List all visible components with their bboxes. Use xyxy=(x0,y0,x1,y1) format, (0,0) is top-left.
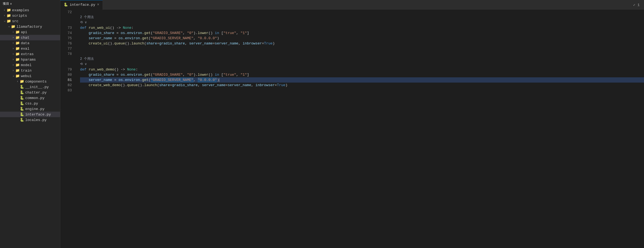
spacer xyxy=(15,97,20,100)
sidebar-item-css[interactable]: 🐍 css.py xyxy=(0,101,60,106)
sidebar-item-hparams[interactable]: › 📁 hparams xyxy=(0,57,60,62)
var-os-4: os xyxy=(118,77,123,83)
arrow-icon: › xyxy=(11,64,15,67)
str-4: "1" xyxy=(240,30,247,36)
usage-arrow-2[interactable]: ⟲ ∨ xyxy=(80,62,644,67)
var-gradio-share-3: gradio_share xyxy=(89,72,114,77)
arrow-icon: › xyxy=(2,14,7,17)
sidebar-item-label: chatter.py xyxy=(25,91,47,95)
bool-true-2: True xyxy=(277,83,285,88)
code-line-75: server_name = os.environ.get("GRADIO_SER… xyxy=(80,36,644,41)
sidebar-item-components[interactable]: › 📁 components xyxy=(0,79,60,84)
sidebar-item-webui[interactable]: › 📁 webui xyxy=(0,73,60,79)
sidebar-item-chat[interactable]: › 📁 chat xyxy=(0,35,60,40)
param-inbrowser-1: inbrowser xyxy=(243,41,262,46)
sidebar-item-scripts[interactable]: › 📁 scripts xyxy=(0,13,60,18)
folder-icon: 📁 xyxy=(15,30,20,34)
sidebar-item-init[interactable]: 🐍 __init__.py xyxy=(0,84,60,90)
folder-icon: 📁 xyxy=(7,13,11,18)
sidebar-item-label: engine.py xyxy=(25,107,44,111)
status-badge: ✓ 1 xyxy=(633,3,640,7)
folder-icon: 📁 xyxy=(15,57,20,62)
code-container[interactable]: 72 73 74 75 76 77 78 79 80 81 82 83 xyxy=(60,10,644,248)
sidebar-chevron-icon[interactable]: ∨ xyxy=(10,2,12,5)
sidebar-item-locales[interactable]: 🐍 locales.py xyxy=(0,117,60,123)
folder-icon: 📁 xyxy=(15,63,20,67)
sidebar-item-label: train xyxy=(21,69,32,73)
spacer xyxy=(15,91,20,94)
line-num-72: 72 xyxy=(66,10,72,15)
arrow-icon: › xyxy=(11,69,15,72)
sidebar-item-src[interactable]: › 📁 src xyxy=(0,18,60,24)
code-line-72 xyxy=(80,10,644,15)
str-9: "true" xyxy=(223,72,236,77)
usage-arrow-1[interactable]: ⟲ ∨ xyxy=(80,20,644,25)
sidebar-item-extras[interactable]: › 📁 extras xyxy=(0,51,60,57)
code-line-79: def run_web_demo() -> None: xyxy=(80,67,644,72)
sidebar: 项目 ∨ › 📁 examples › 📁 scripts › 📁 src › … xyxy=(0,0,60,248)
usage-hint-2[interactable]: 2 个用法 xyxy=(80,57,644,62)
sidebar-item-model[interactable]: › 📁 model xyxy=(0,62,60,68)
paren-4: () -> xyxy=(114,67,127,72)
sidebar-item-interface[interactable]: 🐍 interface.py xyxy=(0,112,60,117)
sidebar-item-common[interactable]: 🐍 common.py xyxy=(0,95,60,101)
sidebar-item-data[interactable]: › 📁 data xyxy=(0,40,60,46)
tab-close-button[interactable]: × xyxy=(97,2,99,7)
eq-7: = xyxy=(112,77,118,83)
sidebar-item-label: common.py xyxy=(25,96,44,100)
code-line-82: create_web_demo().queue().launch(share=g… xyxy=(80,83,644,88)
usage-hint-1[interactable]: 2 个用法 xyxy=(80,15,644,20)
indent-5 xyxy=(80,77,89,83)
var-server-name-3: server_name xyxy=(89,77,112,83)
dot-7: . xyxy=(123,77,125,83)
sidebar-item-chatter[interactable]: 🐍 chatter.py xyxy=(0,90,60,95)
arrow-icon: › xyxy=(11,53,15,56)
file-icon: 🐍 xyxy=(20,96,24,100)
str-10: "1" xyxy=(240,72,247,77)
sidebar-item-label: hparams xyxy=(21,58,36,62)
line-num-usage1b xyxy=(66,20,72,25)
sidebar-item-examples[interactable]: › 📁 examples xyxy=(0,7,60,13)
line-num-77: 77 xyxy=(66,46,72,51)
lp-1: ( xyxy=(151,30,153,36)
sidebar-item-train[interactable]: › 📁 train xyxy=(0,68,60,73)
lens-arrow-icon-2: ⟲ ∨ xyxy=(80,62,87,67)
func-create-ui: create_ui xyxy=(89,41,108,46)
sidebar-item-eval[interactable]: › 📁 eval xyxy=(0,46,60,51)
line-numbers: 72 73 74 75 76 77 78 79 80 81 82 83 xyxy=(60,10,75,248)
dot-2: . xyxy=(142,30,144,36)
rb-1: ] xyxy=(247,30,249,36)
sidebar-item-api[interactable]: › 📁 api xyxy=(0,29,60,35)
arrow-icon: › xyxy=(11,36,15,39)
code-line-76: create_ui().queue().launch(share=gradio_… xyxy=(80,41,644,46)
eq-8: = xyxy=(170,83,172,88)
sidebar-item-llamafactory[interactable]: › 📁 llamafactory xyxy=(0,24,60,29)
str-8: "0" xyxy=(187,72,193,77)
str-5: "GRADIO_SERVER_NAME" xyxy=(151,36,194,41)
tab-interface-py[interactable]: 🐍 interface.py × xyxy=(60,0,103,10)
code-line-80: gradio_share = os.environ.get("GRADIO_SH… xyxy=(80,72,644,77)
line-num-83: 83 xyxy=(66,88,72,93)
sidebar-item-label: css.py xyxy=(25,102,38,106)
dot-4: . xyxy=(140,36,142,41)
arrow-icon: › xyxy=(15,80,20,83)
usage-count-label-1: 2 个用法 xyxy=(80,15,94,20)
dot-5: . xyxy=(125,72,127,77)
bool-true-1: True xyxy=(264,41,273,46)
line-num-73: 73 xyxy=(66,25,72,30)
var-gradio-share-1: gradio_share xyxy=(89,30,114,36)
var-os-2: os xyxy=(118,36,123,41)
file-icon: 🐍 xyxy=(20,90,24,95)
dot-6: . xyxy=(142,72,144,77)
var-server-name-4: server_name xyxy=(228,83,251,88)
arrow-icon: › xyxy=(12,74,15,78)
eq-9: = xyxy=(226,83,228,88)
sidebar-item-engine[interactable]: 🐍 engine.py xyxy=(0,106,60,112)
folder-icon: 📁 xyxy=(15,35,20,40)
file-icon: 🐍 xyxy=(20,118,24,122)
arrow-icon: › xyxy=(11,31,15,34)
paren-3: (). xyxy=(125,41,131,46)
indent-2 xyxy=(80,36,89,41)
func-name-2: run_web_demo xyxy=(89,67,114,72)
code-line-81: server_name = os.environ.get("GRADIO_SER… xyxy=(80,77,644,83)
